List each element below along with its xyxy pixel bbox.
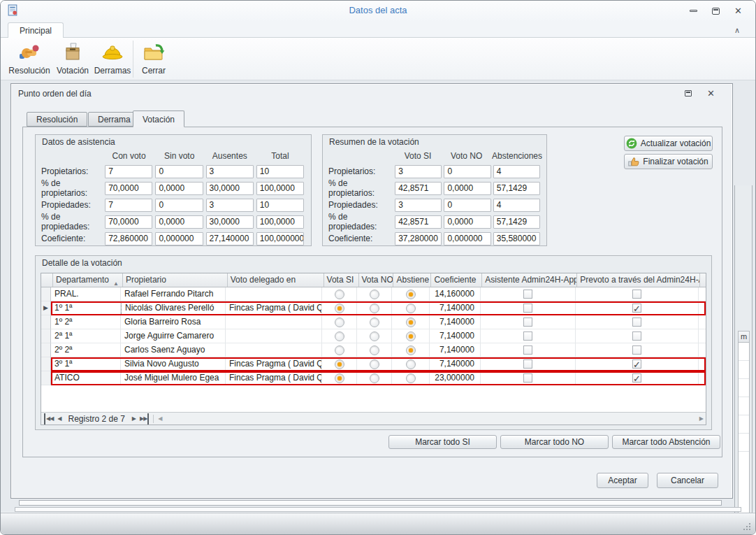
- resize-grip[interactable]: [742, 522, 750, 530]
- prevoto-app-checkbox[interactable]: [632, 290, 641, 299]
- attendance-value-field: 10: [256, 199, 304, 212]
- last-record-icon[interactable]: ▶▶: [140, 413, 149, 425]
- departamento-cell: 2º 2ª: [51, 343, 121, 357]
- resolucion-button[interactable]: Resolución: [6, 40, 52, 78]
- attendance-value-field: 0: [155, 165, 203, 178]
- vota-si-radio-cell: [322, 287, 357, 301]
- cerrar-button[interactable]: Cerrar: [136, 40, 171, 78]
- table-row[interactable]: ▶1º 1ªNicolás Olivares PerellóFincas Pra…: [41, 301, 706, 315]
- derramas-button[interactable]: Derramas: [93, 40, 132, 78]
- mark-all-no-button[interactable]: Marcar todo NO: [500, 435, 609, 449]
- vota-no-radio[interactable]: [370, 345, 379, 355]
- abstiene-radio[interactable]: [406, 359, 416, 369]
- abstiene-radio[interactable]: [406, 290, 416, 299]
- maximize-icon[interactable]: [706, 5, 725, 17]
- vota-no-radio[interactable]: [370, 359, 379, 369]
- column-header[interactable]: Propietario: [123, 273, 228, 287]
- asistente-app-checkbox[interactable]: [523, 304, 532, 313]
- vota-no-radio-cell: [357, 343, 392, 357]
- vota-no-radio[interactable]: [370, 318, 379, 327]
- vota-si-radio[interactable]: [335, 345, 344, 355]
- column-header[interactable]: Abstiene: [393, 273, 431, 287]
- asistente-app-checkbox-cell: [481, 343, 576, 357]
- background-window-fragment: m: [734, 185, 753, 535]
- table-row[interactable]: PRAL.Rafael Ferrando Pitarch14,160000: [41, 287, 706, 301]
- column-header[interactable]: Departamento▲: [53, 273, 123, 287]
- summary-value-field: 57,1429: [493, 215, 540, 229]
- vota-si-radio[interactable]: [335, 304, 344, 313]
- summary-value-field: 3: [395, 165, 442, 178]
- scroll-left-icon[interactable]: ◀: [158, 413, 161, 425]
- column-header[interactable]: Prevoto a través del Admin24H-App: [577, 273, 700, 287]
- abstiene-radio[interactable]: [406, 318, 416, 327]
- vota-si-radio[interactable]: [335, 373, 344, 383]
- asistente-app-checkbox[interactable]: [523, 331, 532, 341]
- asistente-app-checkbox[interactable]: [523, 373, 532, 383]
- tab-resolucion[interactable]: Resolución: [27, 112, 87, 127]
- prevoto-app-checkbox[interactable]: [632, 318, 641, 327]
- finalize-vote-button[interactable]: Finalizar votación: [624, 154, 713, 169]
- vota-si-radio[interactable]: [335, 290, 344, 299]
- mark-all-abstention-button[interactable]: Marcar todo Abstención: [612, 435, 720, 449]
- vota-no-radio[interactable]: [370, 331, 379, 341]
- summary-column-header: Abstenciones: [492, 151, 540, 161]
- ribbon-tab-principal[interactable]: Principal: [8, 22, 64, 38]
- table-row[interactable]: 2º 2ªCarlos Saenz Aguayo7,140000: [41, 343, 706, 357]
- background-window-edge: [19, 500, 722, 506]
- vota-si-radio[interactable]: [335, 318, 344, 327]
- close-icon[interactable]: ✕: [703, 88, 718, 99]
- scroll-right-icon[interactable]: ▶: [699, 413, 703, 425]
- accept-button[interactable]: Aceptar: [597, 473, 648, 488]
- minimize-icon[interactable]: [684, 5, 702, 17]
- tab-votacion[interactable]: Votación: [133, 110, 184, 127]
- prevoto-app-checkbox[interactable]: [632, 345, 641, 355]
- table-row[interactable]: 2ª 1ªJorge Aguirre Camarero7,140000: [41, 329, 706, 343]
- child-window-title: Punto orden del día: [18, 89, 92, 99]
- asistente-app-checkbox[interactable]: [523, 290, 532, 299]
- update-vote-button[interactable]: Actualizar votación: [624, 136, 713, 151]
- summary-value-field: 42,8571: [395, 215, 442, 229]
- column-header[interactable]: Vota SI: [324, 273, 359, 287]
- attendance-column-header: Total: [256, 151, 304, 161]
- summary-row-label: Propietarios:: [327, 166, 395, 176]
- vota-no-radio[interactable]: [370, 290, 379, 299]
- chevron-up-icon[interactable]: ∧: [732, 24, 743, 36]
- prevoto-app-checkbox[interactable]: [632, 373, 641, 383]
- abstiene-radio[interactable]: [406, 373, 416, 383]
- prevoto-app-checkbox[interactable]: [632, 331, 641, 341]
- vota-no-radio-cell: [357, 329, 392, 343]
- abstiene-radio[interactable]: [406, 331, 416, 341]
- asistente-app-checkbox[interactable]: [523, 318, 532, 327]
- mark-all-yes-button[interactable]: Marcar todo SI: [388, 435, 497, 449]
- column-header[interactable]: Coeficiente: [431, 273, 482, 287]
- column-header[interactable]: Voto delegado en: [228, 273, 324, 287]
- close-icon[interactable]: ✕: [729, 5, 747, 17]
- restore-icon[interactable]: [681, 88, 696, 99]
- first-record-icon[interactable]: ◀◀: [44, 413, 53, 425]
- cancel-button[interactable]: Cancelar: [657, 473, 718, 488]
- vota-si-radio[interactable]: [335, 359, 344, 369]
- column-header[interactable]: Vota NO: [359, 273, 394, 287]
- table-row[interactable]: 3º 1ªSilvia Novo AugustoFincas Pragma ( …: [41, 357, 706, 371]
- abstiene-radio[interactable]: [406, 345, 416, 355]
- vota-si-radio[interactable]: [335, 331, 344, 341]
- previous-record-icon[interactable]: ◀: [57, 413, 61, 425]
- abstiene-radio[interactable]: [406, 304, 416, 313]
- prevoto-app-checkbox[interactable]: [632, 359, 641, 369]
- prevoto-app-checkbox[interactable]: [632, 304, 641, 313]
- table-row[interactable]: 1º 2ªGloria Barreiro Rosa7,140000: [41, 315, 706, 329]
- summary-value-field: 0,0000: [444, 182, 490, 195]
- grid-header-row: Departamento▲PropietarioVoto delegado en…: [41, 273, 706, 287]
- asistente-app-checkbox[interactable]: [523, 345, 532, 355]
- row-indicator: [41, 315, 51, 329]
- next-record-icon[interactable]: ▶: [132, 413, 136, 425]
- column-header[interactable]: Asistente Admin24H-App: [482, 273, 577, 287]
- asistente-app-checkbox[interactable]: [523, 359, 532, 369]
- vota-no-radio-cell: [357, 301, 392, 315]
- table-row[interactable]: ATICOJosé Miguel Mulero EgeaFincas Pragm…: [41, 371, 706, 385]
- votacion-button[interactable]: Votación: [54, 40, 92, 78]
- vota-no-radio[interactable]: [370, 304, 379, 313]
- attendance-group-title: Datos de asistencia: [36, 135, 311, 149]
- vota-no-radio[interactable]: [370, 373, 379, 383]
- abstiene-radio-cell: [392, 343, 430, 357]
